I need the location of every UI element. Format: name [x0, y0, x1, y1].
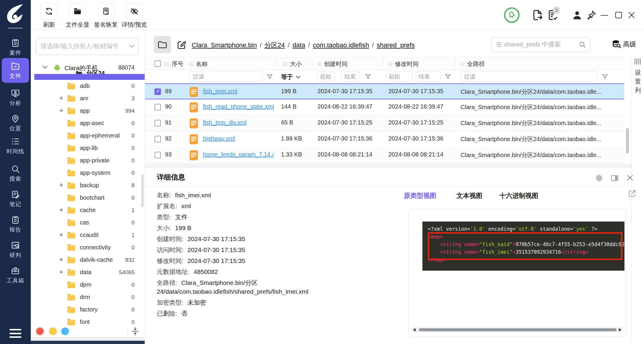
preview-horizontal-scrollbar[interactable]	[411, 327, 623, 332]
tab-original-view[interactable]: 原类型视图	[404, 191, 436, 200]
column-header-modified[interactable]: 修改时间	[388, 60, 419, 68]
breadcrumb-link[interactable]: shared_prefs	[377, 41, 415, 49]
split-panel-icon[interactable]	[610, 174, 619, 183]
size-operator-select[interactable]: 等于	[281, 73, 301, 81]
table-row[interactable]: 90 fish_read_phone_state.xml 144 B 2024-…	[145, 99, 624, 115]
tree-node[interactable]: connectivity 0	[31, 241, 145, 254]
scroll-left-arrow[interactable]	[413, 328, 416, 332]
tree-node[interactable]: bootchart 0	[31, 192, 145, 204]
filter-funnel-icon[interactable]	[364, 73, 372, 80]
row-checkbox[interactable]	[154, 88, 161, 95]
modified-end-input[interactable]	[416, 72, 441, 82]
breadcrumb-link[interactable]: Clara_Smartphone.bin	[192, 41, 257, 49]
tree-node[interactable]: cas 0	[31, 217, 145, 229]
tree-node[interactable]: app-lib 0	[31, 142, 145, 154]
pin-window-icon[interactable]	[586, 9, 597, 21]
table-row[interactable]: 92 highway.xml 1.89 KB 2024-07-30 17:15:…	[145, 131, 624, 147]
table-row[interactable]: 89 fish_imei.xml 199 B 2024-07-30 17:15:…	[145, 83, 624, 99]
sidebar-item-case[interactable]: 案件	[2, 35, 29, 60]
filter-funnel-icon[interactable]	[601, 73, 609, 80]
tree-node[interactable]: drm 0	[31, 291, 145, 303]
sidebar-item-location[interactable]: 位置	[2, 111, 29, 135]
tree-node[interactable]: + app 994	[31, 105, 145, 117]
sidebar-item-timeline[interactable]: 时间线	[2, 133, 29, 158]
xml-preview[interactable]: <?xml version='1.0' encoding='utf-8' sta…	[422, 222, 624, 271]
collapse-panel-icon[interactable]	[131, 327, 140, 336]
filter-funnel-icon[interactable]	[444, 73, 451, 80]
search-input[interactable]	[491, 38, 576, 51]
owner-select-input[interactable]	[36, 38, 126, 54]
tree-scrollbar[interactable]	[141, 175, 144, 207]
tree-node[interactable]: app-ephemeral 0	[31, 130, 145, 142]
table-row[interactable]: 91 fish_tmp_div.xml 65 B 2024-07-30 17:1…	[145, 115, 624, 131]
tree-node[interactable]: app-asec 0	[31, 117, 145, 130]
export-file-icon[interactable]	[531, 9, 544, 21]
user-account-icon[interactable]	[572, 9, 583, 21]
table-row[interactable]: 93 home_feeds_param_7.14.40 1.33 KB 2024…	[145, 147, 624, 163]
path-filter-input[interactable]	[461, 72, 597, 82]
column-header-path[interactable]: 全路径	[460, 60, 485, 68]
sidebar-item-search[interactable]: 搜索	[2, 161, 29, 186]
tree-node[interactable]: dpm 0	[31, 279, 145, 291]
table-vertical-scrollbar[interactable]	[626, 128, 629, 154]
name-filter-input[interactable]	[189, 72, 263, 82]
file-name-link[interactable]: fish_imei.xml	[203, 88, 237, 95]
file-name-link[interactable]: fish_tmp_div.xml	[203, 119, 246, 126]
file-name-link[interactable]: home_feeds_param_7.14.40	[203, 151, 274, 158]
search-box[interactable]	[491, 37, 590, 52]
tree-node[interactable]: app-system 0	[31, 167, 145, 179]
column-header-created[interactable]: 创建时间	[317, 60, 348, 68]
row-checkbox[interactable]	[154, 152, 161, 158]
folder-view-button[interactable]	[154, 36, 171, 53]
breadcrumb-link[interactable]: com.taobao.idlefish	[313, 41, 369, 49]
file-name-link[interactable]: fish_read_phone_state.xml	[203, 103, 274, 110]
expand-plus-icon[interactable]: +	[58, 181, 64, 189]
open-external-icon[interactable]	[628, 189, 637, 198]
tab-hex-view[interactable]: 十六进制视图	[499, 191, 538, 200]
tag-dot-yellow[interactable]	[49, 327, 57, 335]
close-icon[interactable]	[626, 174, 634, 182]
collapse-menu-button[interactable]	[9, 329, 21, 338]
tree-selected-row-highlight[interactable]	[34, 74, 145, 80]
column-header-name[interactable]: 名称	[189, 60, 208, 68]
tree-node[interactable]: + ccaudit 1	[31, 229, 145, 241]
tree-node[interactable]: factory 0	[31, 303, 145, 316]
tag-dot-red[interactable]	[36, 327, 44, 335]
notification-bell-icon[interactable]	[504, 7, 520, 23]
expand-plus-icon[interactable]: +	[58, 231, 64, 239]
filter-funnel-icon[interactable]	[266, 73, 273, 80]
tree-node[interactable]: + anr 3	[31, 92, 145, 105]
select-all-checkbox[interactable]	[154, 60, 161, 67]
sidebar-item-notes[interactable]: 笔记	[2, 186, 29, 211]
tree-node[interactable]: + cache 1	[31, 204, 145, 217]
chevron-down-icon[interactable]	[42, 65, 48, 69]
row-checkbox[interactable]	[154, 136, 161, 142]
sidebar-item-toolbox[interactable]: 工具箱	[2, 263, 29, 288]
edit-path-button[interactable]	[176, 40, 187, 50]
close-button[interactable]	[627, 11, 636, 20]
expand-plus-icon[interactable]: +	[58, 268, 64, 276]
breadcrumb-link[interactable]: 分区24	[264, 41, 285, 49]
scroll-right-arrow[interactable]	[619, 328, 622, 332]
search-icon[interactable]	[579, 41, 586, 49]
tag-dot-blue[interactable]	[61, 327, 69, 335]
row-checkbox[interactable]	[154, 120, 161, 126]
tree-node[interactable]: + dalvik-cache 832	[31, 254, 145, 266]
minimize-button[interactable]	[600, 13, 609, 18]
expand-plus-icon[interactable]: +	[58, 94, 64, 102]
expand-plus-icon[interactable]: +	[58, 256, 64, 264]
tree-node[interactable]: + data 54065	[31, 266, 145, 279]
sidebar-item-judgment[interactable]: 研判	[2, 237, 29, 262]
tree-node[interactable]: font 0	[31, 316, 145, 328]
tree-node[interactable]: + backup 8	[31, 179, 145, 192]
gear-icon[interactable]	[595, 174, 603, 183]
column-header-size[interactable]: 大小	[280, 60, 302, 68]
expand-plus-icon[interactable]: +	[58, 206, 64, 214]
scrollbar-thumb[interactable]	[419, 328, 616, 331]
owner-select[interactable]	[35, 38, 138, 55]
sidebar-item-report[interactable]: 报告	[2, 212, 29, 237]
tree-node[interactable]: app-private 0	[31, 154, 145, 167]
expand-plus-icon[interactable]: +	[58, 107, 64, 114]
breadcrumb-link[interactable]: data	[293, 41, 305, 49]
column-header-seq[interactable]: 序号	[164, 60, 183, 68]
